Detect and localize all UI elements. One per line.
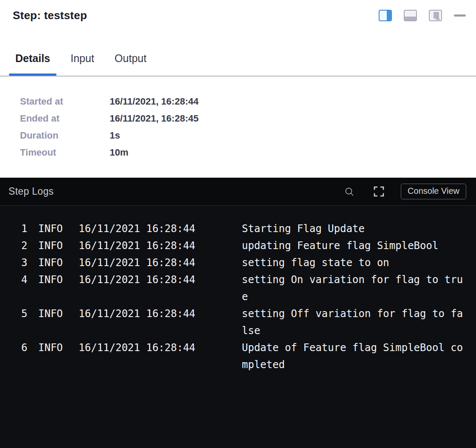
detail-value: 1s [110, 127, 120, 144]
detail-label: Duration [20, 127, 110, 144]
page-title: Step: teststep [13, 8, 87, 23]
log-line: 2INFO16/11/2021 16:28:44updating Feature… [21, 237, 466, 254]
detail-value: 16/11/2021, 16:28:44 [110, 93, 198, 110]
console-view-button[interactable]: Console View [401, 184, 466, 199]
detail-value: 16/11/2021, 16:28:45 [110, 110, 198, 127]
log-timestamp: 16/11/2021 16:28:44 [79, 339, 242, 373]
floating-view-dash [436, 19, 440, 20]
bottom-view-fill [405, 17, 416, 20]
detail-label: Ended at [20, 110, 110, 127]
details-rows: Started at16/11/2021, 16:28:44Ended at16… [20, 93, 476, 161]
log-level: INFO [38, 237, 79, 254]
step-panel: Step: teststep Details Input Output Star… [0, 0, 476, 448]
detail-label: Started at [20, 93, 110, 110]
log-message: setting flag state to on [242, 254, 466, 271]
log-message: setting On variation for flag to true [242, 271, 466, 305]
tab-output[interactable]: Output [108, 52, 153, 76]
logs-title: Step Logs [8, 186, 54, 197]
log-line-number: 6 [21, 339, 38, 373]
search-icon[interactable] [344, 187, 354, 197]
split-right-fill [387, 11, 391, 20]
split-right-view-icon[interactable] [379, 10, 392, 21]
bottom-view-icon[interactable] [404, 10, 417, 21]
log-level: INFO [38, 220, 79, 237]
log-line-number: 5 [21, 305, 38, 339]
details-panel: Started at16/11/2021, 16:28:44Ended at16… [0, 77, 476, 178]
floating-view-icon[interactable] [429, 10, 442, 21]
fullscreen-icon[interactable] [373, 186, 385, 197]
log-line-number: 1 [21, 220, 38, 237]
tab-details[interactable]: Details [9, 52, 57, 76]
log-message: setting Off variation for flag to false [242, 305, 466, 339]
log-level: INFO [38, 254, 79, 271]
log-timestamp: 16/11/2021 16:28:44 [79, 305, 242, 339]
log-line: 5INFO16/11/2021 16:28:44setting Off vari… [21, 305, 466, 339]
log-line-number: 3 [21, 254, 38, 271]
log-timestamp: 16/11/2021 16:28:44 [79, 237, 242, 254]
layout-controls [379, 10, 466, 21]
log-line: 6INFO16/11/2021 16:28:44Update of Featur… [21, 339, 466, 373]
detail-row: Started at16/11/2021, 16:28:44 [20, 93, 476, 110]
log-lines: 1INFO16/11/2021 16:28:44Starting Flag Up… [21, 220, 466, 373]
detail-value: 10m [110, 144, 128, 161]
log-level: INFO [38, 271, 79, 305]
log-level: INFO [38, 339, 79, 373]
detail-row: Ended at16/11/2021, 16:28:45 [20, 110, 476, 127]
log-message: Update of Feature flag SimpleBool comple… [242, 339, 466, 373]
log-message: updating Feature flag SimpleBool [242, 237, 466, 254]
detail-label: Timeout [20, 144, 110, 161]
detail-row: Duration1s [20, 127, 476, 144]
detail-row: Timeout10m [20, 144, 476, 161]
logs-actions: Console View [344, 184, 466, 199]
log-timestamp: 16/11/2021 16:28:44 [79, 220, 242, 237]
log-timestamp: 16/11/2021 16:28:44 [79, 271, 242, 305]
log-timestamp: 16/11/2021 16:28:44 [79, 254, 242, 271]
logs-panel: Step Logs Console View 1INFO16/11/2021 1… [0, 178, 476, 448]
logs-header: Step Logs Console View [0, 178, 476, 206]
tab-bar: Details Input Output [0, 52, 476, 77]
log-viewer[interactable]: 1INFO16/11/2021 16:28:44Starting Flag Up… [0, 206, 476, 448]
log-line-number: 4 [21, 271, 38, 305]
log-level: INFO [38, 305, 79, 339]
floating-view-rect [434, 12, 439, 19]
log-line: 4INFO16/11/2021 16:28:44setting On varia… [21, 271, 466, 305]
log-message: Starting Flag Update [242, 220, 466, 237]
panel-header: Step: teststep [0, 0, 476, 23]
log-line: 1INFO16/11/2021 16:28:44Starting Flag Up… [21, 220, 466, 237]
minimize-icon[interactable] [454, 14, 466, 17]
log-line-number: 2 [21, 237, 38, 254]
tab-input[interactable]: Input [64, 52, 101, 76]
log-line: 3INFO16/11/2021 16:28:44setting flag sta… [21, 254, 466, 271]
